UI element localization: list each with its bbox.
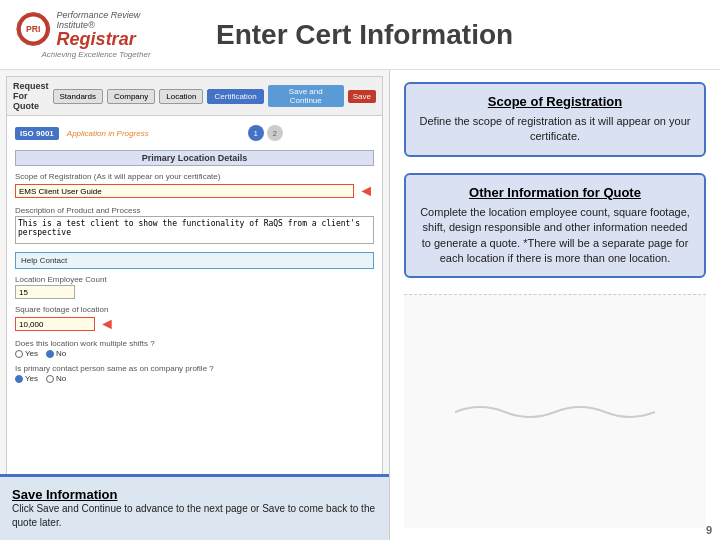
form-body: ISO 9001 Application in Progress 1 2 Pri…: [7, 116, 382, 389]
contact-no-label: No: [56, 374, 66, 383]
scope-arrow-icon: ◄: [358, 182, 374, 200]
multiple-shifts-section: Does this location work multiple shifts …: [15, 339, 374, 358]
desc-section: Description of Product and Process This …: [15, 206, 374, 246]
square-footage-section: Square footage of location ◄: [15, 305, 374, 333]
logo-pri-text: Performance Review Institute®: [57, 10, 176, 30]
scope-callout-box: Scope of Registration Define the scope o…: [404, 82, 706, 157]
other-callout-body: Complete the location employee count, sq…: [418, 205, 692, 267]
tab-location[interactable]: Location: [159, 89, 203, 104]
contact-no-radio[interactable]: [46, 375, 54, 383]
form-panel: Request For Quote Standards Company Loca…: [0, 70, 390, 540]
shifts-no[interactable]: No: [46, 349, 66, 358]
desc-textarea[interactable]: This is a test client to show the functi…: [15, 216, 374, 244]
contact-yes[interactable]: Yes: [15, 374, 38, 383]
tab-standards[interactable]: Standards: [53, 89, 103, 104]
help-contact-label: Help Contact: [21, 256, 67, 265]
employee-count-label: Location Employee Count: [15, 275, 374, 284]
employee-count-input[interactable]: [15, 285, 75, 299]
svg-text:PRI: PRI: [26, 23, 40, 33]
header: PRI Performance Review Institute® Regist…: [0, 0, 720, 70]
form-ui: Request For Quote Standards Company Loca…: [6, 76, 383, 534]
primary-contact-section: Is primary contact person same as on com…: [15, 364, 374, 383]
form-rfq-title: Request For Quote: [13, 81, 49, 111]
logo-top: PRI Performance Review Institute® Regist…: [16, 10, 176, 48]
logo-area: PRI Performance Review Institute® Regist…: [16, 10, 176, 60]
shifts-radio-group: Yes No: [15, 349, 374, 358]
shifts-yes[interactable]: Yes: [15, 349, 38, 358]
save-btn-top[interactable]: Save: [348, 90, 376, 103]
shifts-yes-radio[interactable]: [15, 350, 23, 358]
other-callout-box: Other Information for Quote Complete the…: [404, 173, 706, 279]
tab-company[interactable]: Company: [107, 89, 155, 104]
shifts-yes-label: Yes: [25, 349, 38, 358]
page-number: 9: [706, 524, 712, 536]
iso-badge: ISO 9001: [15, 127, 59, 140]
logo-box: PRI Performance Review Institute® Regist…: [16, 10, 176, 60]
shifts-no-radio[interactable]: [46, 350, 54, 358]
save-continue-btn-top[interactable]: Save and Continue: [268, 85, 344, 107]
employee-count-section: Location Employee Count: [15, 275, 374, 299]
step-1: 1: [248, 125, 264, 141]
logo-emblem-icon: PRI: [16, 11, 51, 47]
square-footage-input[interactable]: [15, 317, 95, 331]
contact-radio-group: Yes No: [15, 374, 374, 383]
main-content: Request For Quote Standards Company Loca…: [0, 70, 720, 540]
tab-certification[interactable]: Certification: [207, 89, 263, 104]
contact-yes-radio[interactable]: [15, 375, 23, 383]
page-title: Enter Cert Information: [216, 19, 513, 51]
multiple-shifts-label: Does this location work multiple shifts …: [15, 339, 374, 348]
status-text: Application in Progress: [67, 129, 149, 138]
contact-yes-label: Yes: [25, 374, 38, 383]
save-info-callout: Save Information Click Save and Continue…: [0, 474, 389, 540]
wavy-decoration: [455, 397, 655, 427]
scope-input[interactable]: [15, 184, 354, 198]
scope-label: Scope of Registration (As it will appear…: [15, 172, 374, 181]
section-header: Primary Location Details: [15, 150, 374, 166]
form-top-bar: Request For Quote Standards Company Loca…: [7, 77, 382, 116]
desc-label: Description of Product and Process: [15, 206, 374, 215]
step-indicators: 1 2: [248, 125, 283, 141]
save-info-title: Save Information: [12, 487, 377, 502]
logo-text-block: Performance Review Institute® Registrar: [57, 10, 176, 48]
scope-section: Scope of Registration (As it will appear…: [15, 172, 374, 200]
step-2: 2: [267, 125, 283, 141]
shifts-no-label: No: [56, 349, 66, 358]
scope-callout-body: Define the scope of registration as it w…: [418, 114, 692, 145]
primary-contact-label: Is primary contact person same as on com…: [15, 364, 374, 373]
contact-no[interactable]: No: [46, 374, 66, 383]
scope-callout-title: Scope of Registration: [418, 94, 692, 109]
logo-registrar-text: Registrar: [57, 30, 176, 48]
screenshot-tail: [404, 294, 706, 528]
square-footage-label: Square footage of location: [15, 305, 374, 314]
save-info-body: Click Save and Continue to advance to th…: [12, 502, 377, 530]
other-callout-title: Other Information for Quote: [418, 185, 692, 200]
footage-arrow-icon: ◄: [99, 315, 115, 333]
logo-tagline-text: Achieving Excellence Together: [41, 50, 150, 59]
right-panel: Scope of Registration Define the scope o…: [390, 70, 720, 540]
help-contact-box: Help Contact: [15, 252, 374, 269]
